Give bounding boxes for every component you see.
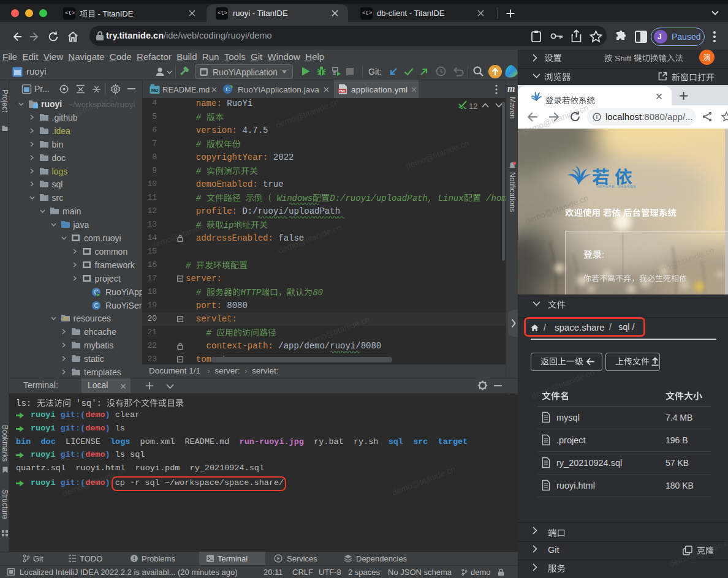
svg-text:YML: YML [339, 89, 346, 93]
svg-text:C: C [226, 86, 230, 92]
svg-text:MD: MD [151, 88, 159, 93]
svg-text:C: C [94, 302, 98, 309]
